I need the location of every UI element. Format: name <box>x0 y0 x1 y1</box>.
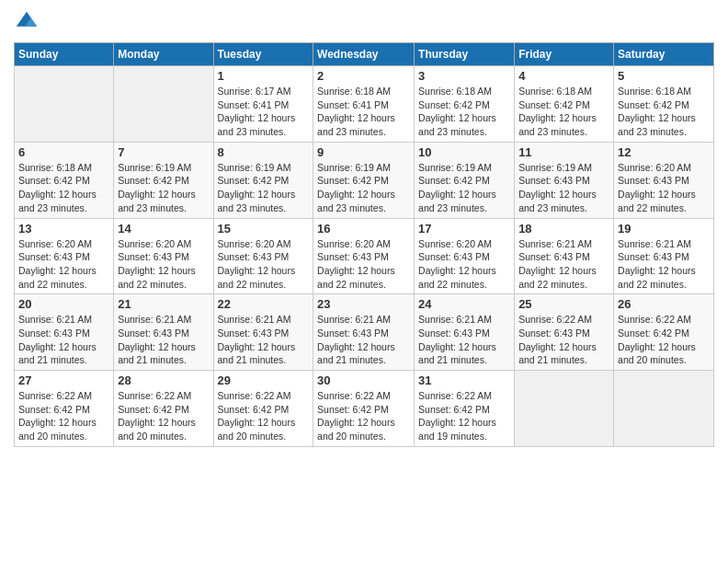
calendar-cell: 1Sunrise: 6:17 AM Sunset: 6:41 PM Daylig… <box>213 66 313 143</box>
calendar-cell: 20Sunrise: 6:21 AM Sunset: 6:43 PM Dayli… <box>15 294 114 371</box>
day-info: Sunrise: 6:21 AM Sunset: 6:43 PM Dayligh… <box>118 313 209 367</box>
day-number: 10 <box>418 145 510 159</box>
weekday-header-sunday: Sunday <box>15 43 114 66</box>
day-info: Sunrise: 6:21 AM Sunset: 6:43 PM Dayligh… <box>218 313 310 367</box>
calendar-cell: 3Sunrise: 6:18 AM Sunset: 6:42 PM Daylig… <box>415 66 515 143</box>
day-number: 17 <box>418 222 510 236</box>
day-info: Sunrise: 6:21 AM Sunset: 6:43 PM Dayligh… <box>317 313 410 367</box>
calendar-cell: 21Sunrise: 6:21 AM Sunset: 6:43 PM Dayli… <box>114 294 213 371</box>
calendar-cell: 6Sunrise: 6:18 AM Sunset: 6:42 PM Daylig… <box>15 142 114 218</box>
calendar-cell: 16Sunrise: 6:20 AM Sunset: 6:43 PM Dayli… <box>313 218 415 294</box>
calendar-cell: 28Sunrise: 6:22 AM Sunset: 6:42 PM Dayli… <box>114 371 213 447</box>
calendar-cell: 11Sunrise: 6:19 AM Sunset: 6:43 PM Dayli… <box>515 142 614 218</box>
calendar: SundayMondayTuesdayWednesdayThursdayFrid… <box>14 42 714 447</box>
day-number: 25 <box>518 297 609 311</box>
calendar-cell: 22Sunrise: 6:21 AM Sunset: 6:43 PM Dayli… <box>213 294 313 371</box>
day-info: Sunrise: 6:17 AM Sunset: 6:41 PM Dayligh… <box>218 85 310 139</box>
calendar-cell: 25Sunrise: 6:22 AM Sunset: 6:43 PM Dayli… <box>515 294 614 371</box>
calendar-cell: 27Sunrise: 6:22 AM Sunset: 6:42 PM Dayli… <box>15 371 114 447</box>
weekday-header-row: SundayMondayTuesdayWednesdayThursdayFrid… <box>15 43 714 66</box>
calendar-cell: 14Sunrise: 6:20 AM Sunset: 6:43 PM Dayli… <box>114 218 213 294</box>
day-number: 30 <box>317 373 410 387</box>
day-number: 7 <box>118 145 209 159</box>
logo <box>14 9 43 35</box>
calendar-cell: 13Sunrise: 6:20 AM Sunset: 6:43 PM Dayli… <box>15 218 114 294</box>
day-info: Sunrise: 6:18 AM Sunset: 6:42 PM Dayligh… <box>518 85 609 139</box>
page: SundayMondayTuesdayWednesdayThursdayFrid… <box>0 0 728 563</box>
weekday-header-thursday: Thursday <box>415 43 515 66</box>
calendar-cell: 26Sunrise: 6:22 AM Sunset: 6:42 PM Dayli… <box>614 294 714 371</box>
calendar-cell: 30Sunrise: 6:22 AM Sunset: 6:42 PM Dayli… <box>313 371 415 447</box>
calendar-cell: 8Sunrise: 6:19 AM Sunset: 6:42 PM Daylig… <box>213 142 313 218</box>
day-info: Sunrise: 6:22 AM Sunset: 6:43 PM Dayligh… <box>518 313 609 367</box>
calendar-cell: 23Sunrise: 6:21 AM Sunset: 6:43 PM Dayli… <box>313 294 415 371</box>
day-info: Sunrise: 6:21 AM Sunset: 6:43 PM Dayligh… <box>518 237 609 292</box>
calendar-cell: 9Sunrise: 6:19 AM Sunset: 6:42 PM Daylig… <box>313 142 415 218</box>
calendar-cell <box>15 66 114 143</box>
day-info: Sunrise: 6:22 AM Sunset: 6:42 PM Dayligh… <box>218 389 310 443</box>
weekday-header-wednesday: Wednesday <box>313 43 415 66</box>
calendar-cell: 17Sunrise: 6:20 AM Sunset: 6:43 PM Dayli… <box>415 218 515 294</box>
weekday-header-saturday: Saturday <box>614 43 714 66</box>
day-info: Sunrise: 6:21 AM Sunset: 6:43 PM Dayligh… <box>18 313 109 367</box>
day-info: Sunrise: 6:21 AM Sunset: 6:43 PM Dayligh… <box>418 313 510 367</box>
calendar-cell: 5Sunrise: 6:18 AM Sunset: 6:42 PM Daylig… <box>614 66 714 143</box>
weekday-header-friday: Friday <box>515 43 614 66</box>
day-number: 19 <box>618 222 710 236</box>
weekday-header-monday: Monday <box>114 43 213 66</box>
day-info: Sunrise: 6:20 AM Sunset: 6:43 PM Dayligh… <box>18 237 109 292</box>
calendar-cell <box>614 371 714 447</box>
day-number: 9 <box>317 145 410 159</box>
calendar-cell: 10Sunrise: 6:19 AM Sunset: 6:42 PM Dayli… <box>415 142 515 218</box>
day-number: 29 <box>218 373 310 387</box>
day-info: Sunrise: 6:22 AM Sunset: 6:42 PM Dayligh… <box>317 389 410 443</box>
day-info: Sunrise: 6:20 AM Sunset: 6:43 PM Dayligh… <box>618 161 710 215</box>
day-number: 12 <box>618 145 710 159</box>
day-number: 16 <box>317 222 410 236</box>
day-info: Sunrise: 6:19 AM Sunset: 6:43 PM Dayligh… <box>518 161 609 215</box>
day-info: Sunrise: 6:22 AM Sunset: 6:42 PM Dayligh… <box>18 389 109 443</box>
day-number: 26 <box>618 297 710 311</box>
calendar-cell: 4Sunrise: 6:18 AM Sunset: 6:42 PM Daylig… <box>515 66 614 143</box>
day-number: 22 <box>218 297 310 311</box>
calendar-cell <box>515 371 614 447</box>
day-number: 27 <box>18 373 109 387</box>
day-number: 1 <box>218 69 310 83</box>
calendar-cell: 18Sunrise: 6:21 AM Sunset: 6:43 PM Dayli… <box>515 218 614 294</box>
day-number: 5 <box>618 69 710 83</box>
day-number: 15 <box>218 222 310 236</box>
day-number: 14 <box>118 222 209 236</box>
day-number: 24 <box>418 297 510 311</box>
calendar-cell: 7Sunrise: 6:19 AM Sunset: 6:42 PM Daylig… <box>114 142 213 218</box>
calendar-cell <box>114 66 213 143</box>
day-info: Sunrise: 6:18 AM Sunset: 6:42 PM Dayligh… <box>418 85 510 139</box>
week-row-3: 13Sunrise: 6:20 AM Sunset: 6:43 PM Dayli… <box>15 218 714 294</box>
day-number: 2 <box>317 69 410 83</box>
day-info: Sunrise: 6:19 AM Sunset: 6:42 PM Dayligh… <box>317 161 410 215</box>
day-number: 31 <box>418 373 510 387</box>
day-number: 6 <box>18 145 109 159</box>
day-info: Sunrise: 6:21 AM Sunset: 6:43 PM Dayligh… <box>618 237 710 292</box>
day-number: 18 <box>518 222 609 236</box>
day-number: 4 <box>518 69 609 83</box>
day-number: 20 <box>18 297 109 311</box>
calendar-cell: 31Sunrise: 6:22 AM Sunset: 6:42 PM Dayli… <box>415 371 515 447</box>
calendar-cell: 15Sunrise: 6:20 AM Sunset: 6:43 PM Dayli… <box>213 218 313 294</box>
calendar-cell: 19Sunrise: 6:21 AM Sunset: 6:43 PM Dayli… <box>614 218 714 294</box>
calendar-cell: 29Sunrise: 6:22 AM Sunset: 6:42 PM Dayli… <box>213 371 313 447</box>
week-row-4: 20Sunrise: 6:21 AM Sunset: 6:43 PM Dayli… <box>15 294 714 371</box>
day-info: Sunrise: 6:20 AM Sunset: 6:43 PM Dayligh… <box>218 237 310 292</box>
day-number: 13 <box>18 222 109 236</box>
day-number: 28 <box>118 373 209 387</box>
day-number: 3 <box>418 69 510 83</box>
calendar-cell: 12Sunrise: 6:20 AM Sunset: 6:43 PM Dayli… <box>614 142 714 218</box>
week-row-2: 6Sunrise: 6:18 AM Sunset: 6:42 PM Daylig… <box>15 142 714 218</box>
day-info: Sunrise: 6:22 AM Sunset: 6:42 PM Dayligh… <box>418 389 510 443</box>
day-number: 23 <box>317 297 410 311</box>
header <box>14 9 714 35</box>
day-info: Sunrise: 6:22 AM Sunset: 6:42 PM Dayligh… <box>618 313 710 367</box>
day-info: Sunrise: 6:20 AM Sunset: 6:43 PM Dayligh… <box>118 237 209 292</box>
calendar-cell: 24Sunrise: 6:21 AM Sunset: 6:43 PM Dayli… <box>415 294 515 371</box>
day-number: 8 <box>218 145 310 159</box>
day-info: Sunrise: 6:18 AM Sunset: 6:42 PM Dayligh… <box>18 161 109 215</box>
